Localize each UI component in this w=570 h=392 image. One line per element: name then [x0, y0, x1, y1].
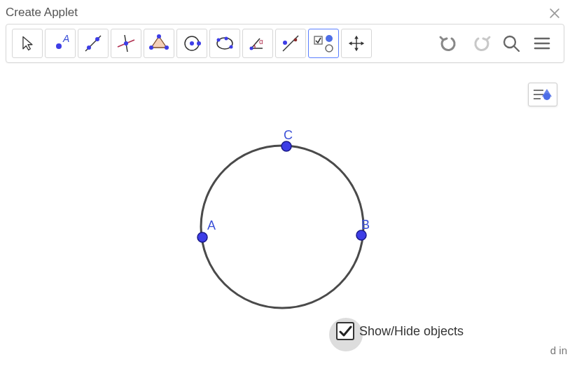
circle-tool[interactable]: [176, 29, 207, 58]
svg-point-16: [225, 37, 228, 41]
line-tool[interactable]: [78, 29, 109, 58]
svg-point-17: [230, 46, 233, 49]
page-title: Create Applet: [6, 6, 78, 20]
svg-text:A: A: [62, 33, 69, 44]
reflect-tool[interactable]: [275, 29, 306, 58]
svg-point-8: [157, 34, 161, 38]
point-b-label: B: [361, 218, 370, 232]
move-tool[interactable]: [12, 29, 43, 58]
perpendicular-tool[interactable]: [111, 29, 141, 58]
slider-tool[interactable]: [308, 29, 339, 58]
login-fragment: d in: [550, 344, 567, 356]
svg-point-0: [56, 43, 62, 49]
svg-point-24: [326, 35, 333, 42]
svg-point-7: [124, 41, 128, 46]
angle-tool[interactable]: α: [242, 29, 273, 58]
showhide-checkbox[interactable]: [336, 322, 354, 340]
point-tool[interactable]: A: [45, 29, 76, 58]
move-view-tool[interactable]: [341, 29, 372, 58]
polygon-tool[interactable]: [144, 29, 174, 58]
svg-point-19: [250, 47, 253, 50]
svg-point-13: [197, 41, 201, 46]
conic-tool[interactable]: [209, 29, 240, 58]
svg-point-25: [326, 45, 333, 52]
showhide-label: Show/Hide objects: [359, 324, 464, 339]
svg-text:α: α: [259, 38, 263, 46]
undo-button[interactable]: [438, 31, 461, 55]
point-b[interactable]: [356, 230, 366, 240]
point-c[interactable]: [281, 141, 291, 151]
toolbar: A α: [6, 24, 564, 63]
svg-line-29: [514, 46, 519, 51]
redo-button[interactable]: [468, 31, 492, 55]
circle-object[interactable]: [201, 146, 363, 308]
svg-point-3: [87, 46, 91, 50]
menu-button[interactable]: [530, 31, 554, 55]
svg-point-9: [165, 46, 169, 50]
svg-point-12: [190, 41, 194, 46]
graphics-canvas[interactable]: A B C: [0, 63, 570, 385]
svg-point-15: [217, 38, 221, 42]
point-c-label: C: [284, 128, 293, 142]
svg-point-22: [294, 38, 298, 42]
svg-point-4: [95, 37, 99, 41]
point-a-label: A: [207, 218, 216, 232]
point-a[interactable]: [197, 232, 207, 242]
close-icon[interactable]: [548, 6, 560, 19]
search-button[interactable]: [499, 31, 523, 55]
svg-point-10: [149, 46, 153, 50]
svg-point-21: [283, 41, 287, 45]
showhide-control: Show/Hide objects: [336, 322, 464, 340]
